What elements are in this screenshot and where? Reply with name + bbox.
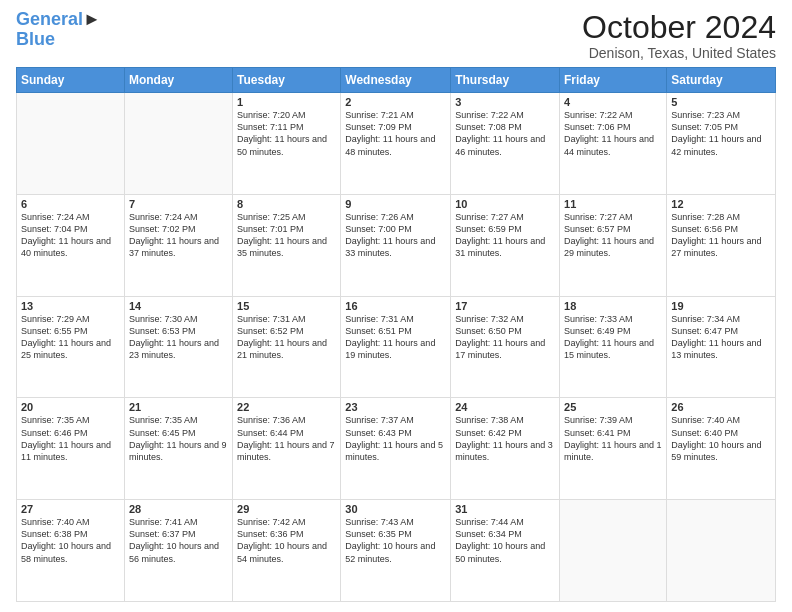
day-info: Sunrise: 7:42 AM Sunset: 6:36 PM Dayligh…: [237, 516, 336, 565]
week-row-3: 20Sunrise: 7:35 AM Sunset: 6:46 PM Dayli…: [17, 398, 776, 500]
day-number: 17: [455, 300, 555, 312]
day-info: Sunrise: 7:34 AM Sunset: 6:47 PM Dayligh…: [671, 313, 771, 362]
day-number: 19: [671, 300, 771, 312]
day-number: 14: [129, 300, 228, 312]
day-number: 6: [21, 198, 120, 210]
week-row-1: 6Sunrise: 7:24 AM Sunset: 7:04 PM Daylig…: [17, 194, 776, 296]
calendar-cell: 24Sunrise: 7:38 AM Sunset: 6:42 PM Dayli…: [451, 398, 560, 500]
col-saturday: Saturday: [667, 68, 776, 93]
col-monday: Monday: [124, 68, 232, 93]
day-number: 21: [129, 401, 228, 413]
day-number: 4: [564, 96, 662, 108]
calendar-cell: 18Sunrise: 7:33 AM Sunset: 6:49 PM Dayli…: [560, 296, 667, 398]
day-info: Sunrise: 7:43 AM Sunset: 6:35 PM Dayligh…: [345, 516, 446, 565]
month-title: October 2024: [582, 10, 776, 45]
calendar-cell: 12Sunrise: 7:28 AM Sunset: 6:56 PM Dayli…: [667, 194, 776, 296]
day-number: 13: [21, 300, 120, 312]
week-row-0: 1Sunrise: 7:20 AM Sunset: 7:11 PM Daylig…: [17, 93, 776, 195]
day-info: Sunrise: 7:31 AM Sunset: 6:52 PM Dayligh…: [237, 313, 336, 362]
calendar-cell: 30Sunrise: 7:43 AM Sunset: 6:35 PM Dayli…: [341, 500, 451, 602]
day-number: 5: [671, 96, 771, 108]
calendar-cell: 7Sunrise: 7:24 AM Sunset: 7:02 PM Daylig…: [124, 194, 232, 296]
calendar-body: 1Sunrise: 7:20 AM Sunset: 7:11 PM Daylig…: [17, 93, 776, 602]
calendar-cell: 31Sunrise: 7:44 AM Sunset: 6:34 PM Dayli…: [451, 500, 560, 602]
day-number: 26: [671, 401, 771, 413]
day-info: Sunrise: 7:22 AM Sunset: 7:08 PM Dayligh…: [455, 109, 555, 158]
day-info: Sunrise: 7:32 AM Sunset: 6:50 PM Dayligh…: [455, 313, 555, 362]
calendar-cell: 9Sunrise: 7:26 AM Sunset: 7:00 PM Daylig…: [341, 194, 451, 296]
day-info: Sunrise: 7:40 AM Sunset: 6:38 PM Dayligh…: [21, 516, 120, 565]
logo-text: General►: [16, 10, 101, 30]
day-number: 8: [237, 198, 336, 210]
day-info: Sunrise: 7:40 AM Sunset: 6:40 PM Dayligh…: [671, 414, 771, 463]
day-info: Sunrise: 7:27 AM Sunset: 6:57 PM Dayligh…: [564, 211, 662, 260]
week-row-4: 27Sunrise: 7:40 AM Sunset: 6:38 PM Dayli…: [17, 500, 776, 602]
day-number: 28: [129, 503, 228, 515]
calendar-cell: 22Sunrise: 7:36 AM Sunset: 6:44 PM Dayli…: [233, 398, 341, 500]
calendar-cell: [17, 93, 125, 195]
calendar-cell: 13Sunrise: 7:29 AM Sunset: 6:55 PM Dayli…: [17, 296, 125, 398]
col-sunday: Sunday: [17, 68, 125, 93]
calendar-cell: 4Sunrise: 7:22 AM Sunset: 7:06 PM Daylig…: [560, 93, 667, 195]
day-number: 25: [564, 401, 662, 413]
header: General► Blue October 2024 Denison, Texa…: [16, 10, 776, 61]
calendar-cell: 21Sunrise: 7:35 AM Sunset: 6:45 PM Dayli…: [124, 398, 232, 500]
calendar-cell: 6Sunrise: 7:24 AM Sunset: 7:04 PM Daylig…: [17, 194, 125, 296]
day-number: 7: [129, 198, 228, 210]
calendar-cell: 27Sunrise: 7:40 AM Sunset: 6:38 PM Dayli…: [17, 500, 125, 602]
calendar-cell: 10Sunrise: 7:27 AM Sunset: 6:59 PM Dayli…: [451, 194, 560, 296]
day-info: Sunrise: 7:37 AM Sunset: 6:43 PM Dayligh…: [345, 414, 446, 463]
calendar-cell: 20Sunrise: 7:35 AM Sunset: 6:46 PM Dayli…: [17, 398, 125, 500]
day-number: 30: [345, 503, 446, 515]
calendar-cell: [124, 93, 232, 195]
day-number: 12: [671, 198, 771, 210]
logo-blue: Blue: [16, 30, 55, 50]
logo: General► Blue: [16, 10, 101, 50]
day-number: 16: [345, 300, 446, 312]
logo-general: General: [16, 9, 83, 29]
day-number: 18: [564, 300, 662, 312]
day-info: Sunrise: 7:25 AM Sunset: 7:01 PM Dayligh…: [237, 211, 336, 260]
day-number: 10: [455, 198, 555, 210]
day-info: Sunrise: 7:35 AM Sunset: 6:45 PM Dayligh…: [129, 414, 228, 463]
location: Denison, Texas, United States: [582, 45, 776, 61]
day-number: 15: [237, 300, 336, 312]
day-info: Sunrise: 7:24 AM Sunset: 7:04 PM Dayligh…: [21, 211, 120, 260]
day-number: 31: [455, 503, 555, 515]
days-of-week-row: Sunday Monday Tuesday Wednesday Thursday…: [17, 68, 776, 93]
day-number: 24: [455, 401, 555, 413]
day-info: Sunrise: 7:29 AM Sunset: 6:55 PM Dayligh…: [21, 313, 120, 362]
calendar-cell: 28Sunrise: 7:41 AM Sunset: 6:37 PM Dayli…: [124, 500, 232, 602]
calendar-cell: 1Sunrise: 7:20 AM Sunset: 7:11 PM Daylig…: [233, 93, 341, 195]
day-info: Sunrise: 7:20 AM Sunset: 7:11 PM Dayligh…: [237, 109, 336, 158]
day-number: 1: [237, 96, 336, 108]
col-wednesday: Wednesday: [341, 68, 451, 93]
day-info: Sunrise: 7:41 AM Sunset: 6:37 PM Dayligh…: [129, 516, 228, 565]
day-info: Sunrise: 7:39 AM Sunset: 6:41 PM Dayligh…: [564, 414, 662, 463]
day-info: Sunrise: 7:23 AM Sunset: 7:05 PM Dayligh…: [671, 109, 771, 158]
day-info: Sunrise: 7:21 AM Sunset: 7:09 PM Dayligh…: [345, 109, 446, 158]
logo-line: General►: [16, 10, 101, 30]
day-number: 11: [564, 198, 662, 210]
calendar-cell: 25Sunrise: 7:39 AM Sunset: 6:41 PM Dayli…: [560, 398, 667, 500]
col-friday: Friday: [560, 68, 667, 93]
calendar-cell: 8Sunrise: 7:25 AM Sunset: 7:01 PM Daylig…: [233, 194, 341, 296]
col-thursday: Thursday: [451, 68, 560, 93]
calendar-cell: 26Sunrise: 7:40 AM Sunset: 6:40 PM Dayli…: [667, 398, 776, 500]
day-info: Sunrise: 7:24 AM Sunset: 7:02 PM Dayligh…: [129, 211, 228, 260]
day-info: Sunrise: 7:31 AM Sunset: 6:51 PM Dayligh…: [345, 313, 446, 362]
day-info: Sunrise: 7:35 AM Sunset: 6:46 PM Dayligh…: [21, 414, 120, 463]
calendar-cell: [667, 500, 776, 602]
calendar-cell: 23Sunrise: 7:37 AM Sunset: 6:43 PM Dayli…: [341, 398, 451, 500]
day-number: 29: [237, 503, 336, 515]
day-number: 22: [237, 401, 336, 413]
calendar-cell: 11Sunrise: 7:27 AM Sunset: 6:57 PM Dayli…: [560, 194, 667, 296]
week-row-2: 13Sunrise: 7:29 AM Sunset: 6:55 PM Dayli…: [17, 296, 776, 398]
calendar-cell: 2Sunrise: 7:21 AM Sunset: 7:09 PM Daylig…: [341, 93, 451, 195]
day-info: Sunrise: 7:22 AM Sunset: 7:06 PM Dayligh…: [564, 109, 662, 158]
day-info: Sunrise: 7:30 AM Sunset: 6:53 PM Dayligh…: [129, 313, 228, 362]
day-info: Sunrise: 7:28 AM Sunset: 6:56 PM Dayligh…: [671, 211, 771, 260]
calendar-cell: 19Sunrise: 7:34 AM Sunset: 6:47 PM Dayli…: [667, 296, 776, 398]
calendar: Sunday Monday Tuesday Wednesday Thursday…: [16, 67, 776, 602]
day-number: 3: [455, 96, 555, 108]
